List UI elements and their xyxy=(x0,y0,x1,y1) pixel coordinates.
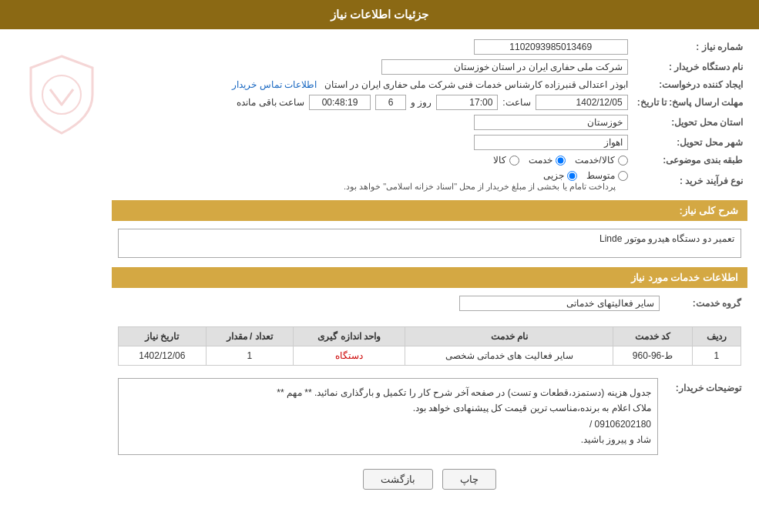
ostan-value: خوزستان xyxy=(112,112,633,132)
khadamat-header: اطلاعات خدمات مورد نیاز xyxy=(112,267,747,288)
page-wrapper: جزئیات اطلاعات نیاز شماره نیاز : 1102093… xyxy=(0,0,759,532)
sharh-koli-box: تعمیر دو دستگاه هیدرو موتور Linde xyxy=(118,229,741,258)
col-tarikh: تاریخ نیاز xyxy=(119,327,207,346)
time-box: 17:00 xyxy=(436,95,498,110)
table-row: 1 ط-96-960 سایر فعالیت های خدماتی شخصی د… xyxy=(119,346,741,366)
mohlet-label: مهلت ارسال پاسخ: تا تاریخ: xyxy=(633,92,747,112)
button-row: بازگشت چاپ xyxy=(112,469,747,490)
logo-area xyxy=(12,37,112,500)
radio-kala-input[interactable] xyxy=(509,156,519,166)
grooh-row: گروه خدمت: سایر فعالیتهای خدماتی xyxy=(112,293,747,314)
ijad-text: ابوذر اعتدالی قنبرزاده کارشناس خدمات فنی… xyxy=(324,79,628,90)
toseeh-line3: 09106202180 / xyxy=(125,417,651,432)
shahr-value: اهواز xyxy=(112,132,633,152)
mohlet-fields: 1402/12/05 ساعت: 17:00 روز و 6 00:48:19 … xyxy=(116,95,628,110)
items-table: ردیف کد خدمت نام خدمت واحد اندازه گیری ت… xyxy=(118,326,741,366)
toseeh-label: توضیحات خریدار: xyxy=(664,378,741,393)
radio-khadamat-label: خدمت xyxy=(529,155,552,166)
shahr-box: اهواز xyxy=(474,135,628,150)
radio-kala-khadamat-label: کالا/خدمت xyxy=(575,155,614,166)
radio-jazii: جزیی xyxy=(543,170,577,181)
col-unit: واحد اندازه گیری xyxy=(294,327,405,346)
saat-baghi-label: ساعت باقی مانده xyxy=(237,97,304,108)
shomara-value: 1102093985013469 xyxy=(112,37,633,57)
radio-motevaset-input[interactable] xyxy=(618,171,628,181)
col-tedad: تعداد / مقدار xyxy=(206,327,293,346)
shahr-label: شهر محل تحویل: xyxy=(633,132,747,152)
radio-khadamat: خدمت xyxy=(529,155,566,166)
items-tbody: 1 ط-96-960 سایر فعالیت های خدماتی شخصی د… xyxy=(119,346,741,366)
radio-kala-khadamat: کالا/خدمت xyxy=(575,155,627,166)
tabaghebandi-row: طبقه بندی موضوعی: کالا/خدمت خدمت xyxy=(112,152,747,168)
grooh-label: گروه خدمت: xyxy=(664,298,741,309)
toseeh-box: جدول هزینه (دستمزد،قطعات و تست) در صفحه … xyxy=(118,378,658,455)
cell-unit: دستگاه xyxy=(294,346,405,366)
namdastgah-value: شرکت ملی حفاری ایران در استان خوزستان xyxy=(112,57,633,77)
form-area: شماره نیاز : 1102093985013469 نام دستگاه… xyxy=(112,37,747,500)
radio-khadamat-input[interactable] xyxy=(556,156,566,166)
farayand-label: نوع فرآیند خرید : xyxy=(633,168,747,194)
date-box: 1402/12/05 xyxy=(536,95,628,110)
items-thead: ردیف کد خدمت نام خدمت واحد اندازه گیری ت… xyxy=(119,327,741,346)
cell-name: سایر فعالیت های خدماتی شخصی xyxy=(405,346,613,366)
sharh-koli-area: تعمیر دو دستگاه هیدرو موتور Linde xyxy=(112,226,747,261)
rooz-box: 6 xyxy=(375,95,406,110)
toseeh-line2: ملاک اعلام به برنده،مناسب ترین قیمت کل پ… xyxy=(125,400,651,416)
ostan-row: استان محل تحویل: خوزستان xyxy=(112,112,747,132)
col-name: نام خدمت xyxy=(405,327,613,346)
ettelaat-link[interactable]: اطلاعات تماس خریدار xyxy=(232,79,317,90)
sharh-koli-header: شرح کلی نیاز: xyxy=(112,200,747,221)
col-radif: ردیف xyxy=(692,327,741,346)
cell-code: ط-96-960 xyxy=(613,346,692,366)
main-layout: شماره نیاز : 1102093985013469 نام دستگاه… xyxy=(12,37,747,500)
sharh-koli-label: شرح کلی نیاز: xyxy=(679,205,738,216)
shahr-row: شهر محل تحویل: اهواز xyxy=(112,132,747,152)
items-header-row: ردیف کد خدمت نام خدمت واحد اندازه گیری ت… xyxy=(119,327,741,346)
mohlet-value: 1402/12/05 ساعت: 17:00 روز و 6 00:48:19 … xyxy=(112,92,633,112)
page-header: جزئیات اطلاعات نیاز xyxy=(0,0,759,29)
items-table-container: ردیف کد خدمت نام خدمت واحد اندازه گیری ت… xyxy=(112,317,747,375)
saat-baghi-box: 00:48:19 xyxy=(309,95,371,110)
ijad-label: ایجاد کننده درخواست: xyxy=(633,77,747,92)
ijad-row: ایجاد کننده درخواست: ابوذر اعتدالی قنبرز… xyxy=(112,77,747,92)
grooh-value: سایر فعالیتهای خدماتی xyxy=(459,296,660,311)
tabaghebandi-value: کالا/خدمت خدمت کالا xyxy=(112,152,633,168)
btn-bazgasht[interactable]: بازگشت xyxy=(363,469,433,490)
ijad-value: ابوذر اعتدالی قنبرزاده کارشناس خدمات فنی… xyxy=(112,77,633,92)
farayand-value: متوسط جزیی پرداخت تامام یا بخشی از مبلغ … xyxy=(112,168,633,194)
tabaghebandi-radios: کالا/خدمت خدمت کالا xyxy=(116,155,628,166)
ostan-label: استان محل تحویل: xyxy=(633,112,747,132)
shomara-label: شماره نیاز : xyxy=(633,37,747,57)
svg-point-0 xyxy=(42,75,81,114)
info-table: شماره نیاز : 1102093985013469 نام دستگاه… xyxy=(112,37,747,194)
radio-motevaset: متوسط xyxy=(586,170,628,181)
namdastgah-box: شرکت ملی حفاری ایران در استان خوزستان xyxy=(381,59,628,75)
toseeh-line1: جدول هزینه (دستمزد،قطعات و تست) در صفحه … xyxy=(125,385,651,400)
farayand-note: پرداخت تامام یا بخشی از مبلغ خریدار از م… xyxy=(344,182,616,191)
tabaghebandi-label: طبقه بندی موضوعی: xyxy=(633,152,747,168)
cell-radif: 1 xyxy=(692,346,741,366)
ostan-box: خوزستان xyxy=(474,115,628,130)
shomara-row: شماره نیاز : 1102093985013469 xyxy=(112,37,747,57)
cell-tedad: 1 xyxy=(206,346,293,366)
main-content: شماره نیاز : 1102093985013469 نام دستگاه… xyxy=(0,29,759,508)
khadamat-label: اطلاعات خدمات مورد نیاز xyxy=(631,272,738,283)
radio-jazii-label: جزیی xyxy=(543,170,564,181)
radio-kala-label: کالا xyxy=(493,155,506,166)
time-label: ساعت: xyxy=(502,97,530,108)
farayand-row: نوع فرآیند خرید : متوسط جزیی xyxy=(112,168,747,194)
rooz-label: روز و xyxy=(411,97,432,108)
radio-kala-khadamat-input[interactable] xyxy=(618,156,628,166)
namdastgah-label: نام دستگاه خریدار : xyxy=(633,57,747,77)
cell-tarikh: 1402/12/06 xyxy=(119,346,207,366)
shomara-box: 1102093985013469 xyxy=(474,39,628,55)
mohlet-row: مهلت ارسال پاسخ: تا تاریخ: 1402/12/05 سا… xyxy=(112,92,747,112)
toseeh-line4: شاد و پیروز باشید. xyxy=(125,432,651,447)
radio-motevaset-label: متوسط xyxy=(586,170,615,181)
radio-jazii-input[interactable] xyxy=(567,171,577,181)
btn-chap[interactable]: چاپ xyxy=(442,469,496,490)
namdastgah-row: نام دستگاه خریدار : شرکت ملی حفاری ایران… xyxy=(112,57,747,77)
shield-logo xyxy=(23,52,100,137)
farayand-radios: متوسط جزیی xyxy=(116,170,628,181)
radio-kala: کالا xyxy=(493,155,519,166)
